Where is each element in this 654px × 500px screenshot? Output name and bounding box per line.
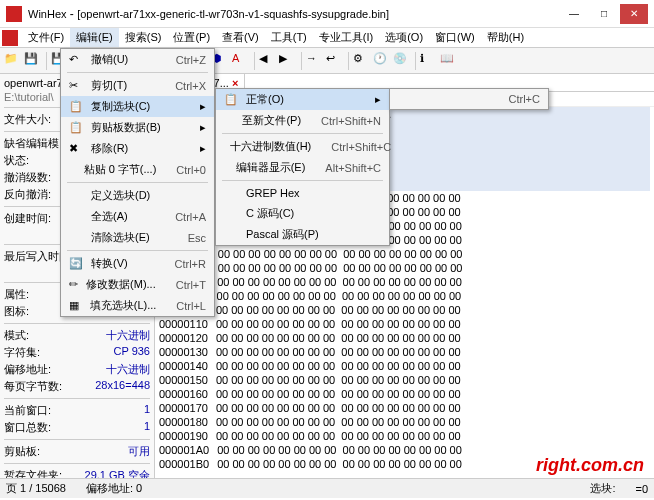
menu-select-all[interactable]: 全选(A)Ctrl+A [61,206,214,227]
menu-window[interactable]: 窗口(W) [429,28,481,47]
nav-right-icon[interactable]: ▶ [279,52,297,70]
menu-remove[interactable]: ✖移除(R)▸ [61,138,214,159]
undo-level-label: 撤消级数: [4,170,51,185]
title-bar: WinHex - [openwrt-ar71xx-generic-tl-wr70… [0,0,654,28]
hex-row[interactable]: 0000016000 00 00 00 00 00 00 00 00 00 00… [159,387,650,401]
ctime-label: 创建时间: [4,211,51,226]
hex-row[interactable]: 0000010000 00 00 00 00 00 00 00 00 00 00… [159,303,650,317]
state-label: 状态: [4,153,29,168]
app-icon [6,6,22,22]
edit-dropdown: ↶撤销(U)Ctrl+Z ✂剪切(T)Ctrl+X 📋复制选块(C)▸ 📋剪贴板… [60,48,215,317]
hex-row[interactable]: 0000018000 00 00 00 00 00 00 00 00 00 00… [159,415,650,429]
menu-pro-tools[interactable]: 专业工具(I) [313,28,379,47]
menu-clear-block[interactable]: 清除选块(E)Esc [61,227,214,248]
goto-icon[interactable]: → [306,52,324,70]
menu-paste-zero[interactable]: 粘贴 0 字节(...)Ctrl+0 [61,159,214,180]
icons-label: 图标: [4,304,29,319]
bytes-per-page-label: 每页字节数: [4,379,62,394]
status-offset: 偏移地址: 0 [86,481,142,496]
copy-normal-submenu: Ctrl+C [389,88,549,110]
menu-cut[interactable]: ✂剪切(T)Ctrl+X [61,75,214,96]
menu-options[interactable]: 选项(O) [379,28,429,47]
hex-row[interactable]: 0000019000 00 00 00 00 00 00 00 00 00 00… [159,429,650,443]
status-eq: =0 [635,483,648,495]
menu-view[interactable]: 查看(V) [216,28,265,47]
copy-normal[interactable]: 📋正常(O)▸ [216,89,389,110]
menu-search[interactable]: 搜索(S) [119,28,168,47]
close-button[interactable]: ✕ [620,4,648,24]
hex-row[interactable]: 0000012000 00 00 00 00 00 00 00 00 00 00… [159,331,650,345]
menu-tools[interactable]: 工具(T) [265,28,313,47]
win-count-label: 窗口总数: [4,420,51,435]
maximize-button[interactable]: □ [590,4,618,24]
copy-grep-hex[interactable]: GREP Hex [216,183,389,203]
charset-label: 字符集: [4,345,40,360]
hex-row[interactable]: 0000017000 00 00 00 00 00 00 00 00 00 00… [159,401,650,415]
menu-fill-block[interactable]: ▦填充选块(L)...Ctrl+L [61,295,214,316]
nav-left-icon[interactable]: ◀ [259,52,277,70]
minimize-button[interactable]: — [560,4,588,24]
tab-close-icon[interactable]: × [232,77,238,89]
hex-row[interactable]: 0000011000 00 00 00 00 00 00 00 00 00 00… [159,317,650,331]
info-icon[interactable]: ℹ [420,52,438,70]
ab-icon[interactable]: A [232,52,250,70]
temp-folder-label: 暂存文件夹: [4,468,62,478]
copy-pascal-source[interactable]: Pascal 源码(P) [216,224,389,245]
hex-row[interactable]: 0000015000 00 00 00 00 00 00 00 00 00 00… [159,373,650,387]
status-block: 选块: [590,481,615,496]
copy-ctrl-c[interactable]: Ctrl+C [390,89,548,109]
app-menu-icon[interactable] [2,30,18,46]
copy-to-new-file[interactable]: 至新文件(P)Ctrl+Shift+N [216,110,389,131]
copy-hex-values[interactable]: 十六进制数值(H)Ctrl+Shift+C [216,136,389,157]
status-bar: 页 1 / 15068 偏移地址: 0 选块: =0 [0,478,654,498]
reverse-undo-label: 反向撤消: [4,187,51,202]
open-icon[interactable]: 📁 [4,52,22,70]
menu-define-block[interactable]: 定义选块(D) [61,185,214,206]
offset-addr-label: 偏移地址: [4,362,51,377]
filesize-label: 文件大小: [4,112,51,127]
menu-undo[interactable]: ↶撤销(U)Ctrl+Z [61,49,214,70]
hex-row[interactable]: 0000014000 00 00 00 00 00 00 00 00 00 00… [159,359,650,373]
copy-c-source[interactable]: C 源码(C) [216,203,389,224]
menu-file[interactable]: 文件(F) [22,28,70,47]
hex-row[interactable]: 0000013000 00 00 00 00 00 00 00 00 00 00… [159,345,650,359]
cur-window-label: 当前窗口: [4,403,51,418]
menu-modify-data[interactable]: ✏修改数据(M)...Ctrl+T [61,274,214,295]
disk-icon[interactable]: 💾 [24,52,42,70]
clipboard-label: 剪贴板: [4,444,40,459]
default-edit-label: 缺省编辑模... [4,136,68,151]
hex-row[interactable]: 000000E000 00 00 00 00 00 00 00 00 00 00… [159,275,650,289]
mode-label: 模式: [4,328,29,343]
menu-bar: 文件(F) 编辑(E) 搜索(S) 位置(P) 查看(V) 工具(T) 专业工具… [0,28,654,48]
hex-row[interactable]: 000000D000 00 00 00 00 00 00 00 00 00 00… [159,261,650,275]
window-title: WinHex - [openwrt-ar71xx-generic-tl-wr70… [28,7,560,21]
hex-row[interactable]: 000000F000 00 00 00 00 00 00 00 00 00 00… [159,289,650,303]
copy-submenu: 📋正常(O)▸ 至新文件(P)Ctrl+Shift+N 十六进制数值(H)Ctr… [215,88,390,246]
menu-clipboard-data[interactable]: 📋剪贴板数据(B)▸ [61,117,214,138]
clock-icon[interactable]: 🕐 [373,52,391,70]
hex-row[interactable]: 000000C000 00 00 00 00 00 00 00 00 00 00… [159,247,650,261]
drive-icon[interactable]: 💿 [393,52,411,70]
book-icon[interactable]: 📖 [440,52,458,70]
gear-icon[interactable]: ⚙ [353,52,371,70]
breadcrumb: E:\tutorial\ [4,91,54,103]
copy-editor-display[interactable]: 编辑器显示(E)Alt+Shift+C [216,157,389,178]
menu-convert[interactable]: 🔄转换(V)Ctrl+R [61,253,214,274]
menu-position[interactable]: 位置(P) [167,28,216,47]
status-page: 页 1 / 15068 [6,481,66,496]
menu-edit[interactable]: 编辑(E) [70,28,119,47]
menu-help[interactable]: 帮助(H) [481,28,530,47]
menu-copy-block[interactable]: 📋复制选块(C)▸ [61,96,214,117]
attr-label: 属性: [4,287,29,302]
back-icon[interactable]: ↩ [326,52,344,70]
watermark: right.com.cn [536,455,644,476]
